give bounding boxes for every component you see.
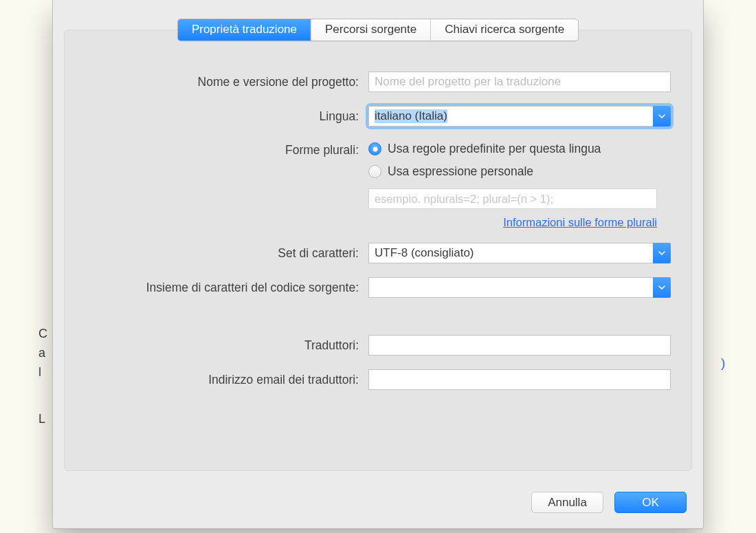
translators-label: Traduttori: <box>81 338 368 353</box>
project-name-label: Nome e versione del progetto: <box>81 75 368 89</box>
plural-custom-radio-label: Usa espressione personale <box>388 164 533 179</box>
properties-panel: Nome e versione del progetto: Lingua: it… <box>64 30 692 471</box>
tab-source-keywords[interactable]: Chiavi ricerca sorgente <box>430 19 578 41</box>
ok-button[interactable]: OK <box>614 492 687 513</box>
charset-select[interactable]: UTF-8 (consigliato) <box>368 243 671 263</box>
translators-email-input[interactable] <box>368 369 671 390</box>
source-charset-select[interactable] <box>368 277 671 298</box>
plural-forms-label: Forme plurali: <box>81 140 368 157</box>
translators-input[interactable] <box>368 335 671 356</box>
tab-translation-properties[interactable]: Proprietà traduzione <box>178 19 311 41</box>
background-text: l <box>38 365 41 380</box>
project-name-input[interactable] <box>368 72 671 92</box>
radio-icon <box>368 142 381 155</box>
plural-default-radio-label: Usa regole predefinite per questa lingua <box>388 142 601 156</box>
background-text: ) <box>721 356 725 371</box>
chevron-down-icon <box>653 243 671 263</box>
tab-bar: Proprietà traduzione Percorsi sorgente C… <box>177 19 579 41</box>
background-text: a <box>38 346 45 360</box>
charset-select-value: UTF-8 (consigliato) <box>375 246 474 260</box>
plural-expression-input <box>368 188 657 209</box>
source-charset-label: Insieme di caratteri del codice sorgente… <box>81 281 368 295</box>
translators-email-label: Indirizzo email dei traduttori: <box>81 373 368 387</box>
language-select-value: italiano (Italia) <box>375 109 447 123</box>
chevron-down-icon <box>653 106 671 127</box>
cancel-button[interactable]: Annulla <box>531 492 603 513</box>
radio-icon <box>368 165 381 178</box>
background-text: L <box>38 412 45 426</box>
chevron-down-icon <box>653 277 671 298</box>
language-select[interactable]: italiano (Italia) <box>368 106 671 127</box>
dialog-buttons: Annulla OK <box>531 492 687 513</box>
plural-default-radio[interactable]: Usa regole predefinite per questa lingua <box>368 142 675 156</box>
background-text: C <box>38 327 47 341</box>
settings-sheet: Proprietà traduzione Percorsi sorgente C… <box>52 0 704 529</box>
tab-source-paths[interactable]: Percorsi sorgente <box>311 19 430 41</box>
plural-forms-info-link[interactable]: Informazioni sulle forme plurali <box>503 216 657 228</box>
charset-label: Set di caratteri: <box>81 246 368 261</box>
plural-custom-radio[interactable]: Usa espressione personale <box>368 164 675 179</box>
language-label: Lingua: <box>81 109 368 124</box>
